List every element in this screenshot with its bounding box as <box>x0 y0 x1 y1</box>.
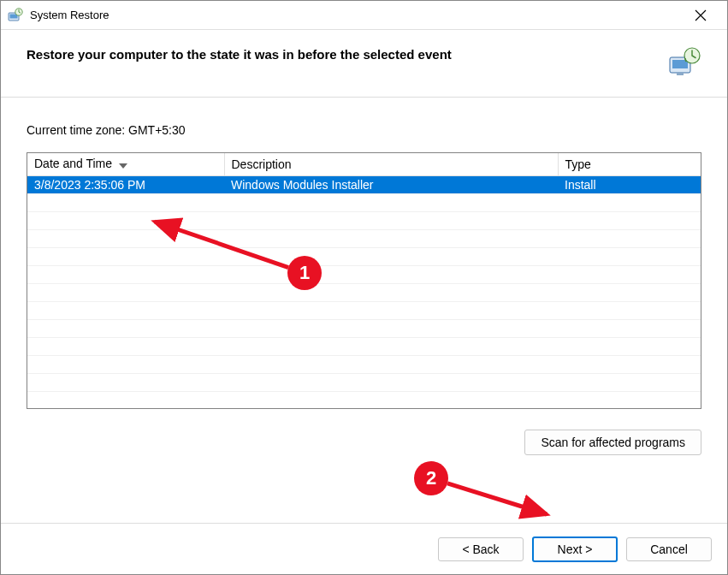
table-row[interactable]: 3/8/2023 2:35:06 PMWindows Modules Insta… <box>27 175 701 193</box>
restore-points-table[interactable]: Date and Time Description Type <box>27 152 701 409</box>
close-icon <box>695 9 707 21</box>
column-header-datetime[interactable]: Date and Time <box>27 153 224 175</box>
table-row <box>27 337 701 355</box>
page-heading: Restore your computer to the state it wa… <box>27 45 659 62</box>
column-label: Date and Time <box>34 157 112 170</box>
cancel-button[interactable]: Cancel <box>626 537 712 561</box>
restore-icon <box>667 45 701 80</box>
table-row <box>27 319 701 337</box>
system-restore-window: System Restore Restore your computer to … <box>0 0 728 575</box>
table-row <box>27 283 701 301</box>
app-icon <box>8 8 23 23</box>
window-title: System Restore <box>30 9 681 21</box>
close-button[interactable] <box>681 2 720 29</box>
titlebar: System Restore <box>1 1 727 30</box>
table-row <box>27 211 701 229</box>
cell-type: Install <box>558 175 701 193</box>
column-header-description[interactable]: Description <box>224 153 558 175</box>
svg-rect-5 <box>677 73 684 75</box>
column-label: Description <box>232 157 292 171</box>
wizard-buttons: < Back Next > Cancel <box>1 523 727 574</box>
table-row <box>27 247 701 265</box>
column-label: Type <box>565 157 591 171</box>
next-button[interactable]: Next > <box>532 536 618 562</box>
table-row <box>27 301 701 319</box>
scan-affected-programs-button[interactable]: Scan for affected programs <box>524 430 701 455</box>
back-button[interactable]: < Back <box>438 537 524 561</box>
table-row <box>27 373 701 391</box>
content-area: Current time zone: GMT+5:30 Date and Tim… <box>1 98 727 523</box>
cell-description: Windows Modules Installer <box>224 175 558 193</box>
table-row <box>27 193 701 211</box>
table-row <box>27 355 701 373</box>
timezone-label: Current time zone: GMT+5:30 <box>27 123 701 137</box>
wizard-header: Restore your computer to the state it wa… <box>1 30 727 98</box>
scan-row: Scan for affected programs <box>27 430 701 455</box>
column-header-type[interactable]: Type <box>558 153 701 175</box>
table-row <box>27 229 701 247</box>
table-row <box>27 265 701 283</box>
sort-descending-icon <box>119 157 127 171</box>
cell-datetime: 3/8/2023 2:35:06 PM <box>27 175 224 193</box>
table-header-row: Date and Time Description Type <box>27 153 701 175</box>
